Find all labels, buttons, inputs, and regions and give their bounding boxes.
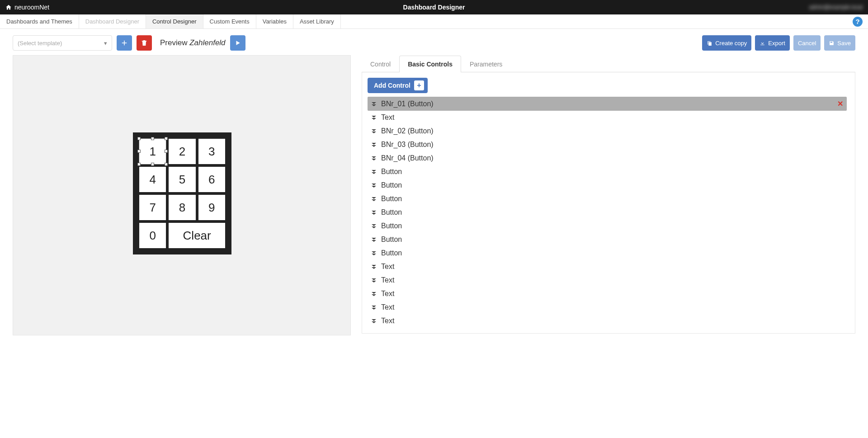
side-tab-1[interactable]: Basic Controls xyxy=(399,56,461,72)
side-tabs: ControlBasic ControlsParameters xyxy=(362,55,855,72)
expand-icon[interactable] xyxy=(371,264,377,270)
save-button[interactable]: Save xyxy=(824,35,855,51)
control-row[interactable]: Button xyxy=(368,233,847,246)
menu-tab-1[interactable]: Dashboard Designer xyxy=(79,14,146,28)
download-icon xyxy=(760,40,765,46)
menu-tab-3[interactable]: Custom Events xyxy=(203,14,256,28)
control-label: Text xyxy=(381,263,394,271)
menu-tab-0[interactable]: Dashboards and Themes xyxy=(0,14,79,28)
delete-button[interactable] xyxy=(137,35,152,51)
resize-handle-n[interactable] xyxy=(151,137,154,140)
control-row[interactable]: BNr_02 (Button) xyxy=(368,124,847,138)
control-row[interactable]: Button xyxy=(368,246,847,260)
control-label: BNr_03 (Button) xyxy=(381,141,434,149)
keypad-key-7[interactable]: 7 xyxy=(139,195,166,220)
delete-control-icon[interactable]: ✕ xyxy=(837,99,843,108)
help-icon: ? xyxy=(853,17,863,27)
expand-icon[interactable] xyxy=(371,155,377,161)
control-row[interactable]: Button xyxy=(368,206,847,219)
home-icon xyxy=(5,4,12,10)
keypad-key-4[interactable]: 4 xyxy=(139,167,166,192)
expand-icon[interactable] xyxy=(371,141,377,148)
side-tab-2[interactable]: Parameters xyxy=(461,56,511,72)
control-label: Text xyxy=(381,290,394,298)
control-row[interactable]: Text xyxy=(368,111,847,124)
control-row[interactable]: Button xyxy=(368,219,847,233)
expand-icon[interactable] xyxy=(371,250,377,256)
resize-handle-w[interactable] xyxy=(137,150,141,153)
control-label: BNr_04 (Button) xyxy=(381,154,434,162)
expand-icon[interactable] xyxy=(371,196,377,202)
control-label: Button xyxy=(381,181,402,189)
resize-handle-nw[interactable] xyxy=(137,137,141,140)
cancel-button[interactable]: Cancel xyxy=(793,35,821,51)
add-control-button[interactable]: Add Control + xyxy=(368,78,428,93)
topbar: neuroomNet Dashboard Designer admin@exam… xyxy=(0,0,868,14)
toolbar: (Select template) ▾ Preview Zahlenfeld C… xyxy=(0,29,868,55)
keypad-key-2[interactable]: 2 xyxy=(169,139,195,164)
keypad-key-clear[interactable]: Clear xyxy=(169,223,225,248)
plus-icon: + xyxy=(414,80,424,90)
expand-icon[interactable] xyxy=(371,318,377,324)
keypad-key-6[interactable]: 6 xyxy=(198,167,225,192)
resize-handle-e[interactable] xyxy=(165,150,168,153)
resize-handle-s[interactable] xyxy=(151,163,154,166)
resize-handle-se[interactable] xyxy=(165,163,168,166)
control-row[interactable]: Text xyxy=(368,260,847,273)
control-row[interactable]: Text xyxy=(368,301,847,314)
control-list[interactable]: BNr_01 (Button)✕TextBNr_02 (Button)BNr_0… xyxy=(368,97,849,328)
canvas[interactable]: 1234567890Clear xyxy=(13,55,351,335)
control-label: Button xyxy=(381,235,402,244)
export-button[interactable]: Export xyxy=(755,35,790,51)
expand-icon[interactable] xyxy=(371,236,377,243)
template-select[interactable]: (Select template) ▾ xyxy=(13,35,112,51)
expand-icon[interactable] xyxy=(371,277,377,283)
expand-icon[interactable] xyxy=(371,291,377,297)
control-row[interactable]: BNr_01 (Button)✕ xyxy=(368,97,847,111)
add-button[interactable] xyxy=(117,35,132,51)
expand-icon[interactable] xyxy=(371,223,377,229)
control-row[interactable]: BNr_04 (Button) xyxy=(368,151,847,165)
side-tab-0[interactable]: Control xyxy=(362,56,399,72)
menu-tab-4[interactable]: Variables xyxy=(256,14,293,28)
expand-icon[interactable] xyxy=(371,101,377,107)
side-panel: ControlBasic ControlsParameters Add Cont… xyxy=(362,55,855,334)
keypad-key-5[interactable]: 5 xyxy=(169,167,195,192)
expand-icon[interactable] xyxy=(371,128,377,134)
expand-icon[interactable] xyxy=(371,209,377,216)
control-label: Text xyxy=(381,113,394,122)
control-row[interactable]: Button xyxy=(368,192,847,206)
keypad-key-0[interactable]: 0 xyxy=(139,223,166,248)
resize-handle-ne[interactable] xyxy=(165,137,168,140)
expand-icon[interactable] xyxy=(371,304,377,311)
keypad-key-1[interactable]: 1 xyxy=(139,139,166,164)
expand-icon[interactable] xyxy=(371,114,377,121)
control-row[interactable]: Button xyxy=(368,165,847,179)
keypad-key-9[interactable]: 9 xyxy=(198,195,225,220)
control-row[interactable]: Text xyxy=(368,287,847,301)
help-button[interactable]: ? xyxy=(847,14,868,28)
workspace: 1234567890Clear ControlBasic ControlsPar… xyxy=(0,55,868,344)
control-row[interactable]: Text xyxy=(368,273,847,287)
control-label: Button xyxy=(381,222,402,230)
control-label: Text xyxy=(381,303,394,311)
control-row[interactable]: BNr_03 (Button) xyxy=(368,138,847,151)
expand-icon[interactable] xyxy=(371,169,377,175)
keypad-key-3[interactable]: 3 xyxy=(198,139,225,164)
play-button[interactable] xyxy=(230,35,245,51)
expand-icon[interactable] xyxy=(371,182,377,188)
page-title: Dashboard Designer xyxy=(403,4,465,11)
control-label: Button xyxy=(381,249,402,257)
control-label: Button xyxy=(381,208,402,217)
user-label[interactable]: admin@example.local xyxy=(809,4,863,10)
control-row[interactable]: Button xyxy=(368,179,847,192)
resize-handle-sw[interactable] xyxy=(137,163,141,166)
control-row[interactable]: Text xyxy=(368,314,847,328)
menu-tab-2[interactable]: Control Designer xyxy=(146,14,203,28)
control-label: BNr_02 (Button) xyxy=(381,127,434,135)
keypad-key-8[interactable]: 8 xyxy=(169,195,195,220)
brand[interactable]: neuroomNet xyxy=(5,4,49,11)
menu-tab-5[interactable]: Asset Library xyxy=(293,14,341,28)
control-label: Button xyxy=(381,195,402,203)
create-copy-button[interactable]: Create copy xyxy=(702,35,751,51)
